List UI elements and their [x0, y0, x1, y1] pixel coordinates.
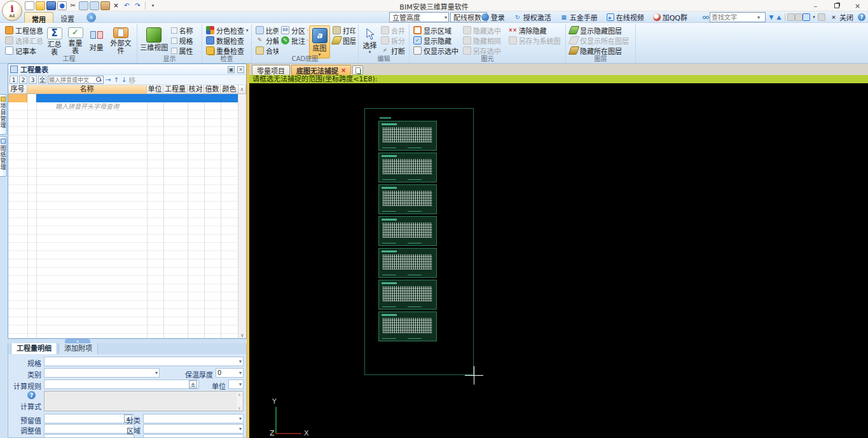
formula-help-icon[interactable]: ? — [27, 391, 36, 399]
tab-settings[interactable]: 设置 — [53, 12, 81, 23]
scroll-up-icon[interactable]: ∧ — [238, 85, 246, 94]
spec-select[interactable]: ▾ — [44, 357, 244, 366]
zone-button[interactable]: 88分区▾ — [280, 25, 308, 35]
spec-checkbox[interactable]: 规格 — [170, 36, 199, 46]
clear-hidden-button[interactable]: ××清除隐藏 — [507, 25, 563, 35]
unit-select[interactable]: ▾ — [228, 380, 244, 389]
select-button[interactable]: 选择 ▾ — [361, 25, 378, 55]
scale-button[interactable]: 比例 — [254, 25, 279, 35]
scroll-down-icon[interactable]: ∨ — [240, 332, 244, 338]
category-select[interactable]: ▾ — [44, 368, 160, 378]
hardware-manual-button[interactable]: ▦五金手册 — [560, 12, 598, 22]
column-header-qty[interactable]: 工程量 — [163, 85, 188, 94]
explode-button[interactable]: ✎分解 — [254, 36, 279, 45]
column-header-color[interactable]: 颜色 — [221, 85, 238, 94]
show-area-button[interactable]: 显示区域 — [412, 25, 460, 35]
activate-button[interactable]: ↻授权激活 — [514, 12, 551, 22]
minimize-button[interactable]: – — [805, 0, 826, 11]
filter-3-button[interactable]: 3 — [29, 76, 37, 84]
cut-icon[interactable]: ✂ — [68, 1, 78, 10]
show-hidden-layers-button[interactable]: 显示隐藏图层 — [568, 25, 630, 35]
find-prev-button[interactable]: ▲ — [775, 13, 783, 21]
tab-zero-quantity[interactable]: 零量项目 — [252, 65, 290, 75]
tab-add-attachment[interactable]: 添加附项 — [59, 343, 98, 354]
floor-plan-block[interactable] — [378, 311, 437, 341]
formula-scrollbar[interactable]: ∧∨ — [237, 392, 242, 410]
floor-plan-block[interactable] — [378, 216, 437, 246]
sidebar-tab-project-manage[interactable]: 项目管理 — [0, 94, 7, 135]
help-icon[interactable]: ? — [858, 13, 865, 21]
column-header-unit[interactable]: 单位 — [147, 85, 163, 94]
locate-button[interactable]: → — [105, 76, 111, 83]
new-file-icon[interactable] — [25, 1, 34, 10]
panel-close-button[interactable]: × — [237, 66, 244, 73]
insulation-select[interactable]: 0▾ — [216, 368, 244, 378]
close-drawing-button[interactable]: ×关闭 — [830, 12, 853, 22]
layer-button[interactable]: 图层 — [331, 36, 355, 45]
name-checkbox[interactable]: 名称 — [170, 26, 199, 36]
floor-plan-block[interactable] — [378, 184, 437, 214]
column-header-no[interactable]: 序号 — [8, 85, 27, 94]
calc-rule-picker-button[interactable]: ± — [189, 380, 197, 388]
screen-icon[interactable] — [803, 13, 810, 21]
new-drawing-button[interactable] — [352, 65, 363, 75]
paste-icon[interactable] — [100, 1, 110, 10]
online-video-button[interactable]: ▶在线视频 — [607, 12, 644, 22]
color-check-button[interactable]: 分色检查▾ — [205, 25, 250, 35]
floor-plan-block[interactable] — [378, 121, 437, 151]
open-folder-icon[interactable] — [36, 1, 45, 10]
classify-select[interactable]: ▾ — [143, 414, 244, 423]
annotate-button[interactable]: ✎批注▾ — [280, 36, 308, 45]
tab-close-icon[interactable]: × — [341, 67, 346, 74]
riser-height-combobox[interactable]: 立管高度▾ — [389, 12, 449, 22]
qq-group-button[interactable]: 加QQ群 — [653, 12, 687, 22]
selected-row[interactable] — [8, 94, 238, 102]
copy-icon[interactable] — [79, 1, 88, 10]
vertical-scrollbar[interactable]: ∨ — [238, 94, 246, 338]
undo-icon[interactable]: ↶ — [122, 1, 132, 10]
column-header-name[interactable]: 名称 — [27, 85, 147, 94]
pinyin-search-input[interactable] — [49, 77, 96, 83]
qat-more-icon[interactable]: ▾ — [148, 1, 158, 10]
tab-home[interactable]: 常用 — [24, 12, 53, 23]
quantity-table-body[interactable]: 输入拼音开头字母查询 ∨ — [8, 94, 246, 338]
project-info-button[interactable]: 工程信息 — [4, 25, 43, 35]
floor-plan-block[interactable] — [378, 248, 437, 278]
login-button[interactable]: 登录 — [481, 12, 505, 22]
sidebar-tab-drawing-manage[interactable]: 图纸管理 — [0, 136, 7, 177]
region-select[interactable]: ▾ — [143, 424, 244, 434]
show-hidden-button[interactable]: ✓显示隐藏 — [412, 36, 460, 45]
delete-icon[interactable]: × — [111, 1, 121, 10]
close-button[interactable]: × — [847, 0, 868, 11]
move-up-button[interactable]: ↑ — [113, 76, 119, 83]
floor-plan-block[interactable] — [378, 280, 437, 310]
filter-all-button[interactable]: 全 — [38, 76, 46, 84]
duplicate-icon[interactable] — [90, 1, 99, 10]
print-preview-icon[interactable]: ● — [57, 1, 67, 10]
app-logo[interactable]: i AZ — [2, 1, 22, 21]
move-down-button[interactable]: ↓ — [121, 76, 127, 83]
column-header-mult[interactable]: 倍数 — [204, 85, 221, 94]
quantity-table-button[interactable]: ✓套量表 — [65, 25, 85, 55]
screen-dropdown-icon[interactable]: ▾ — [810, 13, 818, 21]
filter-2-button[interactable]: 2 — [19, 76, 27, 84]
column-header-check[interactable]: 核对 — [188, 85, 204, 94]
view-3d-button[interactable]: 三维视图 — [140, 25, 169, 55]
floor-plan-block[interactable] — [378, 153, 437, 182]
data-check-button[interactable]: 数据检查 — [205, 36, 250, 45]
tab-quantity-detail[interactable]: 工程量明细 — [11, 343, 57, 354]
pinyin-search-box[interactable] — [48, 76, 104, 84]
formula-textarea[interactable]: ∧∨ — [44, 391, 244, 411]
find-text-combobox[interactable]: ▾ — [710, 12, 766, 22]
splitter-handle[interactable]: ▾ — [65, 339, 90, 343]
pin-button[interactable]: ▣ — [228, 66, 235, 73]
external-file-button[interactable]: 外部文件 — [107, 25, 134, 55]
cad-canvas[interactable]: Y X Z — [249, 83, 868, 438]
redo-icon[interactable]: ↷ — [133, 1, 142, 10]
restore-button[interactable] — [826, 0, 847, 11]
find-next-button[interactable]: ▼ — [768, 13, 775, 21]
calc-rule-input[interactable]: ± — [44, 380, 199, 389]
summary-table-button[interactable]: Σ汇总表 — [45, 25, 64, 55]
collapse-ribbon-button[interactable]: ∧ — [86, 13, 96, 22]
find-text-input[interactable] — [712, 14, 757, 21]
